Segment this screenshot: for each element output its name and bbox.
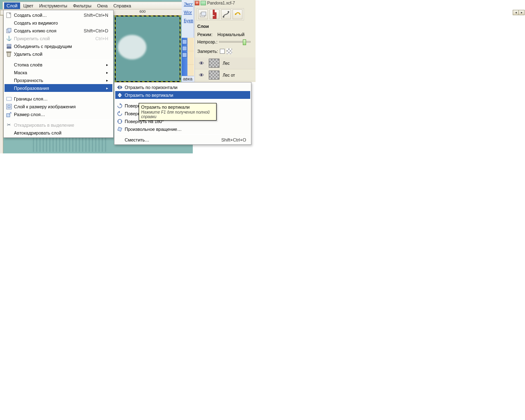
menu-tools[interactable]: Инструменты <box>37 2 70 9</box>
tooltip-hint: Нажмите F1 для получения полной справки <box>141 110 214 119</box>
menu-item-stack[interactable]: Стопка слоёв ▸ <box>5 61 112 68</box>
fit-image-icon <box>5 103 12 110</box>
tool-btn-paths[interactable] <box>221 9 231 19</box>
menu-item-shortcut: Shift+Ctrl+N <box>75 13 108 18</box>
layer-name[interactable]: Лес <box>223 61 230 66</box>
menu-item-duplicate[interactable]: Создать копию слоя Shift+Ctrl+D <box>5 27 112 34</box>
menu-item-new-layer[interactable]: Создать слой… Shift+Ctrl+N <box>5 11 112 19</box>
menu-item-flip-horizontal[interactable]: Отразить по горизонтали <box>115 83 250 91</box>
tab-chip[interactable] <box>182 46 187 51</box>
visibility-icon[interactable]: 👁 <box>197 72 205 78</box>
opacity-slider-thumb[interactable] <box>243 39 246 45</box>
menu-item-autocrop[interactable]: Автокадрировать слой <box>5 129 112 137</box>
menu-item-arbitrary-rotation[interactable]: Произвольное вращение… <box>115 125 250 133</box>
ruler-scroll-left-icon[interactable]: ◂ <box>513 10 519 15</box>
menu-item-label: Стопка слоёв <box>14 62 42 67</box>
ruler-vertical[interactable] <box>0 16 3 153</box>
menu-item-to-image-size[interactable]: Слой к размеру изображения <box>5 103 112 110</box>
menu-layer-label: Слой <box>7 3 18 8</box>
menu-item-label: Сместить… <box>125 137 149 142</box>
canvas-viewport[interactable] <box>115 16 180 82</box>
menu-item-label: Создать копию слоя <box>14 28 56 33</box>
merge-down-icon <box>5 43 12 50</box>
sidebar-link-2[interactable]: Wor <box>182 8 194 16</box>
visibility-icon[interactable]: 👁 <box>197 60 205 66</box>
menu-item-transparency[interactable]: Прозрачность ▸ <box>5 76 112 84</box>
menu-bar: Слой Цвет Инструменты Фильтры Окна Справ… <box>2 2 191 9</box>
menu-item-shortcut: Shift+Ctrl+D <box>75 28 108 33</box>
menu-filters[interactable]: Фильтры <box>71 2 94 9</box>
menu-item-label: Границы слоя… <box>14 96 48 101</box>
tab-chip[interactable] <box>182 39 187 44</box>
tab-chip[interactable] <box>182 52 187 57</box>
menu-color[interactable]: Цвет <box>21 2 36 9</box>
menu-item-label: Создать из видимого <box>14 21 58 25</box>
layer-thumbnail[interactable] <box>209 71 219 80</box>
tool-btn-layers[interactable] <box>198 9 208 19</box>
opacity-slider[interactable] <box>219 41 251 43</box>
menu-separator <box>116 134 249 135</box>
menu-item-label: Размер слоя… <box>14 112 45 117</box>
layer-name[interactable]: Лес от <box>223 73 235 78</box>
mode-value[interactable]: Нормальный <box>217 32 244 37</box>
svg-rect-2 <box>8 28 11 32</box>
rotate-180-icon <box>116 118 123 125</box>
menu-item-offset[interactable]: Сместить… Shift+Ctrl+O <box>115 136 250 144</box>
menu-item-transform[interactable]: Преобразования ▸ <box>5 84 112 92</box>
scale-icon <box>5 111 12 118</box>
menu-item-flip-vertical[interactable]: Отразить по вертикали <box>115 91 250 99</box>
menu-item-shortcut: Shift+Ctrl+O <box>213 137 246 142</box>
ruler-tick-600: 600 <box>139 9 146 14</box>
lock-label: Запереть: <box>197 49 218 54</box>
svg-rect-4 <box>7 47 11 48</box>
layer-thumbnail[interactable] <box>209 59 219 68</box>
svg-point-14 <box>223 16 224 18</box>
submenu-arrow-icon: ▸ <box>106 63 108 67</box>
menu-windows[interactable]: Окна <box>95 2 110 9</box>
lock-alpha-checkbox[interactable] <box>226 48 232 54</box>
menu-item-from-visible[interactable]: Создать из видимого <box>5 19 112 27</box>
new-layer-icon <box>5 11 12 18</box>
tool-btn-channels[interactable]: ▙▟ <box>210 9 219 19</box>
dock-toolbar: ▙▟ <box>196 8 244 21</box>
menu-separator <box>5 119 112 120</box>
rotate-ccw-icon <box>116 110 123 117</box>
menu-help[interactable]: Справка <box>111 2 133 9</box>
lock-pixels-checkbox[interactable] <box>220 49 225 54</box>
menu-layer-dropdown: Создать слой… Shift+Ctrl+N Создать из ви… <box>3 10 114 138</box>
menu-layer[interactable]: Слой <box>4 2 20 9</box>
menu-separator <box>5 93 112 94</box>
sidebar-link-3[interactable]: Букв <box>182 16 194 25</box>
svg-point-15 <box>228 11 229 13</box>
layer-row[interactable]: 👁 Лес от <box>195 69 256 81</box>
tool-btn-undo[interactable] <box>233 9 242 19</box>
menu-item-boundary[interactable]: Границы слоя… <box>5 95 112 103</box>
menu-item-scale[interactable]: Размер слоя… <box>5 110 112 118</box>
ruler-scroll-right-icon[interactable]: ▸ <box>518 10 525 15</box>
menu-windows-label: Окна <box>97 3 108 8</box>
thumb-cell[interactable] <box>187 38 194 51</box>
thumb-cell[interactable] <box>187 51 194 65</box>
row-lock: Запереть: <box>197 48 232 54</box>
boundary-icon <box>5 95 12 102</box>
layer-row[interactable]: 👁 Лес <box>195 57 256 69</box>
svg-rect-3 <box>7 44 11 46</box>
tooltip: Отразить по вертикали Нажмите F1 для пол… <box>139 103 217 121</box>
menu-color-label: Цвет <box>23 3 34 8</box>
tooltip-title: Отразить по вертикали <box>141 105 214 110</box>
sidebar-link-1[interactable]: Эксг <box>182 0 194 8</box>
layers-panel-content: ▙▟ Слои Режим: Нормальный Непрозр.: Запе… <box>194 0 256 82</box>
menu-item-shortcut: Ctrl+H <box>87 36 108 41</box>
browser-tab-bar <box>182 38 187 82</box>
svg-rect-13 <box>201 12 206 16</box>
svg-rect-8 <box>8 105 10 108</box>
submenu-arrow-icon: ▸ <box>106 86 108 90</box>
canvas-inner <box>116 16 180 81</box>
flip-vertical-icon <box>116 91 123 98</box>
menu-item-merge-down[interactable]: Объединить с предыдущим <box>5 42 112 50</box>
menu-separator <box>116 100 249 100</box>
menu-item-delete[interactable]: Удалить слой <box>5 50 112 58</box>
duplicate-icon <box>5 27 12 34</box>
menu-item-mask[interactable]: Маска ▸ <box>5 68 112 76</box>
svg-rect-11 <box>117 127 121 131</box>
